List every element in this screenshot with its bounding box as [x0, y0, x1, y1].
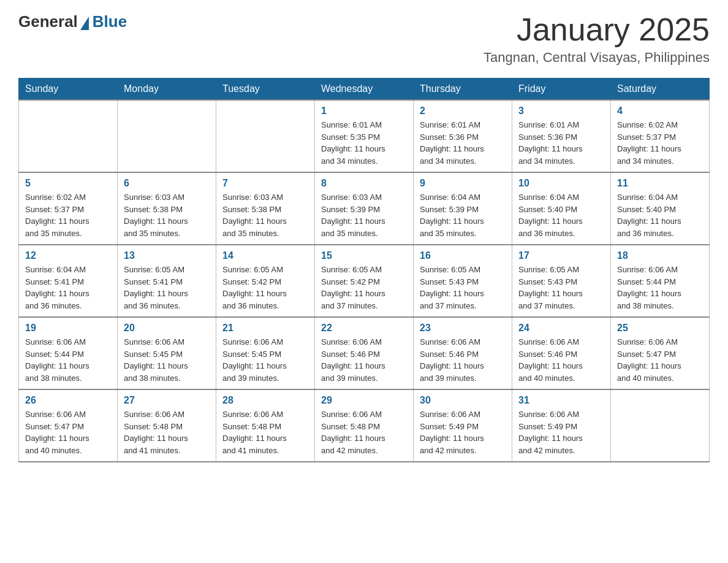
calendar-cell: 20Sunrise: 6:06 AM Sunset: 5:45 PM Dayli… [118, 317, 216, 389]
calendar-cell: 30Sunrise: 6:06 AM Sunset: 5:49 PM Dayli… [414, 389, 512, 462]
day-number: 27 [124, 395, 210, 406]
calendar-cell: 26Sunrise: 6:06 AM Sunset: 5:47 PM Dayli… [19, 389, 118, 462]
day-info: Sunrise: 6:01 AM Sunset: 5:36 PM Dayligh… [420, 119, 506, 167]
day-number: 10 [518, 178, 604, 189]
week-row-5: 26Sunrise: 6:06 AM Sunset: 5:47 PM Dayli… [19, 389, 710, 462]
day-info: Sunrise: 6:05 AM Sunset: 5:42 PM Dayligh… [222, 264, 308, 312]
day-info: Sunrise: 6:06 AM Sunset: 5:49 PM Dayligh… [420, 408, 506, 456]
month-title: January 2025 [483, 12, 710, 47]
calendar-cell: 23Sunrise: 6:06 AM Sunset: 5:46 PM Dayli… [414, 317, 512, 389]
day-info: Sunrise: 6:05 AM Sunset: 5:42 PM Dayligh… [321, 264, 407, 312]
day-number: 16 [420, 250, 506, 261]
day-number: 28 [222, 395, 308, 406]
calendar-cell: 22Sunrise: 6:06 AM Sunset: 5:46 PM Dayli… [315, 317, 414, 389]
calendar-cell: 25Sunrise: 6:06 AM Sunset: 5:47 PM Dayli… [611, 317, 710, 389]
day-number: 18 [617, 250, 703, 261]
calendar-cell: 8Sunrise: 6:03 AM Sunset: 5:39 PM Daylig… [315, 172, 414, 245]
day-info: Sunrise: 6:06 AM Sunset: 5:49 PM Dayligh… [518, 408, 604, 456]
day-number: 15 [321, 250, 407, 261]
day-info: Sunrise: 6:06 AM Sunset: 5:44 PM Dayligh… [617, 264, 703, 312]
day-number: 22 [321, 323, 407, 334]
day-number: 29 [321, 395, 407, 406]
col-header-monday: Monday [118, 79, 216, 101]
calendar-cell: 17Sunrise: 6:05 AM Sunset: 5:43 PM Dayli… [512, 245, 611, 317]
calendar-cell: 24Sunrise: 6:06 AM Sunset: 5:46 PM Dayli… [512, 317, 611, 389]
calendar-header-row: SundayMondayTuesdayWednesdayThursdayFrid… [19, 79, 710, 101]
calendar-cell: 18Sunrise: 6:06 AM Sunset: 5:44 PM Dayli… [611, 245, 710, 317]
calendar-cell: 6Sunrise: 6:03 AM Sunset: 5:38 PM Daylig… [118, 172, 216, 245]
day-info: Sunrise: 6:06 AM Sunset: 5:45 PM Dayligh… [222, 336, 308, 384]
week-row-3: 12Sunrise: 6:04 AM Sunset: 5:41 PM Dayli… [19, 245, 710, 317]
day-number: 1 [321, 105, 407, 117]
calendar-cell: 10Sunrise: 6:04 AM Sunset: 5:40 PM Dayli… [512, 172, 611, 245]
calendar-cell: 12Sunrise: 6:04 AM Sunset: 5:41 PM Dayli… [19, 245, 118, 317]
day-number: 9 [420, 178, 506, 189]
day-number: 30 [420, 395, 506, 406]
calendar-cell [118, 100, 216, 172]
day-number: 8 [321, 178, 407, 189]
day-info: Sunrise: 6:03 AM Sunset: 5:38 PM Dayligh… [124, 191, 210, 239]
calendar-cell: 3Sunrise: 6:01 AM Sunset: 5:36 PM Daylig… [512, 100, 611, 172]
calendar-cell: 11Sunrise: 6:04 AM Sunset: 5:40 PM Dayli… [611, 172, 710, 245]
calendar-cell: 13Sunrise: 6:05 AM Sunset: 5:41 PM Dayli… [118, 245, 216, 317]
calendar-cell [216, 100, 315, 172]
day-info: Sunrise: 6:05 AM Sunset: 5:41 PM Dayligh… [124, 264, 210, 312]
calendar-cell: 5Sunrise: 6:02 AM Sunset: 5:37 PM Daylig… [19, 172, 118, 245]
day-number: 11 [617, 178, 703, 189]
day-info: Sunrise: 6:03 AM Sunset: 5:38 PM Dayligh… [222, 191, 308, 239]
calendar-cell: 9Sunrise: 6:04 AM Sunset: 5:39 PM Daylig… [414, 172, 512, 245]
calendar-cell: 7Sunrise: 6:03 AM Sunset: 5:38 PM Daylig… [216, 172, 315, 245]
week-row-2: 5Sunrise: 6:02 AM Sunset: 5:37 PM Daylig… [19, 172, 710, 245]
day-number: 12 [25, 250, 111, 261]
day-info: Sunrise: 6:06 AM Sunset: 5:48 PM Dayligh… [124, 408, 210, 456]
calendar-cell: 27Sunrise: 6:06 AM Sunset: 5:48 PM Dayli… [118, 389, 216, 462]
calendar-cell: 15Sunrise: 6:05 AM Sunset: 5:42 PM Dayli… [315, 245, 414, 317]
logo-general-text: General [18, 12, 78, 31]
col-header-saturday: Saturday [611, 79, 710, 101]
calendar-cell: 14Sunrise: 6:05 AM Sunset: 5:42 PM Dayli… [216, 245, 315, 317]
day-number: 6 [124, 178, 210, 189]
calendar-cell [19, 100, 118, 172]
day-number: 26 [25, 395, 111, 406]
day-number: 4 [617, 105, 703, 117]
day-info: Sunrise: 6:06 AM Sunset: 5:47 PM Dayligh… [617, 336, 703, 384]
page-header: General Blue January 2025 Tangnan, Centr… [18, 12, 710, 66]
day-number: 25 [617, 323, 703, 334]
week-row-4: 19Sunrise: 6:06 AM Sunset: 5:44 PM Dayli… [19, 317, 710, 389]
day-info: Sunrise: 6:05 AM Sunset: 5:43 PM Dayligh… [420, 264, 506, 312]
day-number: 31 [518, 395, 604, 406]
day-info: Sunrise: 6:06 AM Sunset: 5:48 PM Dayligh… [321, 408, 407, 456]
col-header-wednesday: Wednesday [315, 79, 414, 101]
calendar-cell: 1Sunrise: 6:01 AM Sunset: 5:35 PM Daylig… [315, 100, 414, 172]
day-info: Sunrise: 6:05 AM Sunset: 5:43 PM Dayligh… [518, 264, 604, 312]
day-info: Sunrise: 6:03 AM Sunset: 5:39 PM Dayligh… [321, 191, 407, 239]
day-number: 14 [222, 250, 308, 261]
day-info: Sunrise: 6:06 AM Sunset: 5:46 PM Dayligh… [420, 336, 506, 384]
logo-triangle-icon [80, 17, 89, 30]
day-number: 2 [420, 105, 506, 117]
day-info: Sunrise: 6:02 AM Sunset: 5:37 PM Dayligh… [617, 119, 703, 167]
calendar-cell: 28Sunrise: 6:06 AM Sunset: 5:48 PM Dayli… [216, 389, 315, 462]
col-header-friday: Friday [512, 79, 611, 101]
calendar-cell: 19Sunrise: 6:06 AM Sunset: 5:44 PM Dayli… [19, 317, 118, 389]
day-info: Sunrise: 6:04 AM Sunset: 5:40 PM Dayligh… [518, 191, 604, 239]
col-header-tuesday: Tuesday [216, 79, 315, 101]
calendar-cell: 4Sunrise: 6:02 AM Sunset: 5:37 PM Daylig… [611, 100, 710, 172]
day-info: Sunrise: 6:06 AM Sunset: 5:46 PM Dayligh… [321, 336, 407, 384]
day-number: 3 [518, 105, 604, 117]
logo-blue-text: Blue [93, 12, 127, 31]
day-number: 13 [124, 250, 210, 261]
day-number: 19 [25, 323, 111, 334]
calendar-cell: 31Sunrise: 6:06 AM Sunset: 5:49 PM Dayli… [512, 389, 611, 462]
calendar-cell: 29Sunrise: 6:06 AM Sunset: 5:48 PM Dayli… [315, 389, 414, 462]
col-header-thursday: Thursday [414, 79, 512, 101]
day-number: 21 [222, 323, 308, 334]
week-row-1: 1Sunrise: 6:01 AM Sunset: 5:35 PM Daylig… [19, 100, 710, 172]
day-info: Sunrise: 6:04 AM Sunset: 5:40 PM Dayligh… [617, 191, 703, 239]
calendar-cell: 21Sunrise: 6:06 AM Sunset: 5:45 PM Dayli… [216, 317, 315, 389]
day-number: 24 [518, 323, 604, 334]
day-info: Sunrise: 6:06 AM Sunset: 5:47 PM Dayligh… [25, 408, 111, 456]
day-info: Sunrise: 6:06 AM Sunset: 5:44 PM Dayligh… [25, 336, 111, 384]
day-info: Sunrise: 6:02 AM Sunset: 5:37 PM Dayligh… [25, 191, 111, 239]
day-info: Sunrise: 6:01 AM Sunset: 5:35 PM Dayligh… [321, 119, 407, 167]
